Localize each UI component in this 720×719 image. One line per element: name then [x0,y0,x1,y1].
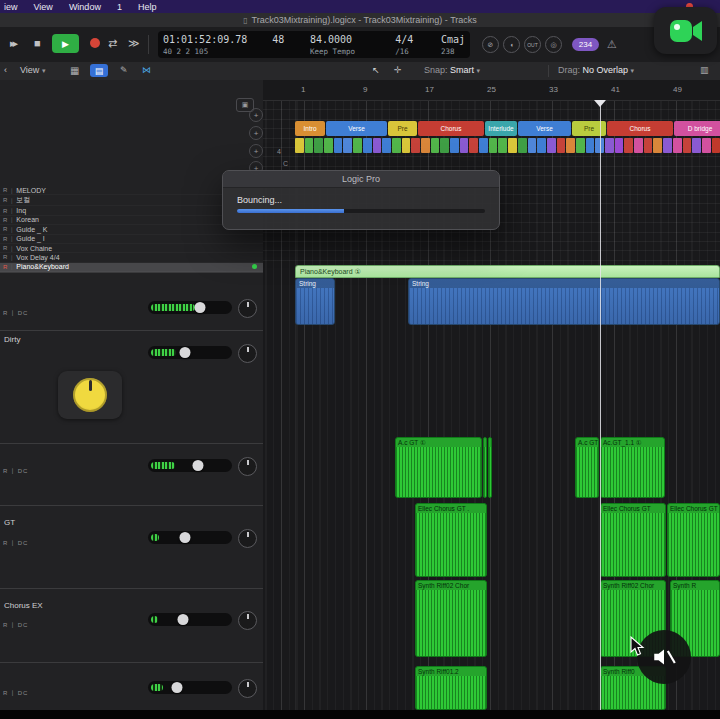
cycle-button[interactable]: ⇄ [108,38,117,49]
lcd-display[interactable]: 01:01:52:09.78 40 2 2 105 48 84.0000 Kee… [158,31,470,58]
pointer-tool-icon[interactable]: ↖ [372,65,380,75]
channel-strip: Chorus EXR ∣ DC [0,588,263,663]
pan-knob[interactable] [238,679,257,698]
fader-handle[interactable] [193,460,204,471]
fader-handle[interactable] [179,532,190,543]
track-control-buttons[interactable]: R ∣ DC [3,689,28,696]
volume-fader[interactable] [148,613,232,626]
track-name: Dirty [4,335,20,344]
waveform [601,513,665,576]
lcd-timesig-column: 4/4 /16 [390,31,436,58]
skip-button[interactable]: ≫ [128,38,140,49]
pan-knob[interactable] [238,299,257,318]
speaker-muted-icon [651,644,677,670]
automation-tool-icon[interactable]: ✛ [394,65,402,75]
track-control-buttons[interactable]: R ∣ DC [3,309,28,316]
region-name: Ellec Chorus GT [668,504,719,513]
stop-button[interactable]: ■ [34,38,41,49]
volume-fader[interactable] [148,301,232,314]
plugin-knob-panel[interactable] [58,371,122,419]
audio-region-green[interactable]: Ellec Chorus GT [600,503,666,577]
track-control-buttons[interactable]: R ∣ DC [3,621,28,628]
channel-strip: R ∣ DC [0,662,263,710]
waveform [409,288,719,324]
audio-region-green[interactable]: A.c GT ① [395,437,482,498]
track-control-buttons[interactable]: R ∣ DC [3,539,28,546]
tuner-icon[interactable]: ◎ [545,36,562,53]
tracks-toolbar: ‹ View ▾ ▦ ▤ ✎ ⋈ ↖ ✛ Snap: Smart ▾ Drag:… [0,62,720,81]
waveform [576,447,598,497]
audio-region-green[interactable]: Ellec Chorus GT [667,503,720,577]
channel-strip: Dirty [0,330,263,444]
region-name: A.c GT [576,438,598,447]
menu-item[interactable]: iew [4,2,18,12]
waveform [416,513,486,576]
snap-value: Smart [450,65,474,75]
level-meter [151,534,159,541]
audio-region-green[interactable]: A.c GT [575,437,599,498]
volume-fader[interactable] [148,681,232,694]
menu-item[interactable]: Help [138,2,157,12]
play-icon: ▶ [62,39,69,49]
lcd-tempo: 84.0000 [310,34,385,45]
audio-region-green[interactable] [488,437,492,498]
view-menu[interactable]: View ▾ [20,65,45,75]
out-icon[interactable]: OUT [524,36,541,53]
drag-menu[interactable]: Drag: No Overlap ▾ [558,65,634,75]
lcd-time: 01:01:52:09.78 [163,34,262,45]
fader-handle[interactable] [195,302,206,313]
lcd-tempo-mode: Keep Tempo [310,47,385,56]
menu-items: iewViewWindow1Help [4,2,156,12]
monitor-icon[interactable]: ◖ [503,36,520,53]
audio-region-green[interactable]: Synth Riff02 Chor [415,580,487,657]
no-input-icon[interactable]: ⊘ [482,36,499,53]
region-name [489,438,492,447]
audio-region-green[interactable]: Ellec Chorus GT . [415,503,487,577]
forward-button[interactable]: ▸▸ [10,38,15,49]
track-control-buttons[interactable]: R ∣ DC [3,467,28,474]
fader-handle[interactable] [178,614,189,625]
right-panel-icon[interactable]: ▥ [700,65,709,75]
level-meter [151,684,163,691]
play-button[interactable]: ▶ [52,34,79,53]
pan-knob[interactable] [238,529,257,548]
audio-region-blue[interactable]: String [295,278,335,325]
dialog-title: Logic Pro [223,171,499,188]
window-title: Track03Mixtraining).logicx - Track03Mixt… [252,15,477,25]
record-button[interactable] [90,38,100,48]
screen-recorder-app-icon[interactable] [654,7,717,54]
back-button[interactable]: ‹ [4,65,7,75]
mute-overlay-button[interactable] [637,630,691,684]
audio-region-green[interactable] [483,437,487,498]
audio-region-green[interactable]: Ac.GT_1.1 ① [600,437,665,498]
pencil-tool-icon[interactable]: ✎ [120,65,128,75]
pan-knob[interactable] [238,457,257,476]
audio-region-green[interactable]: Synth Riff01.2 [415,666,487,710]
snap-menu[interactable]: Snap: Smart ▾ [424,65,480,75]
region-name: Synth Riff01.2 [416,667,486,676]
playhead-line[interactable] [600,100,601,710]
region-name: Ellec Chorus GT [601,504,665,513]
volume-fader[interactable] [148,346,232,359]
bounce-dialog: Logic Pro Bouncing... [222,170,500,230]
audio-region-blue[interactable]: String [408,278,720,325]
menu-item[interactable]: Window [69,2,101,12]
crossfade-tool-icon[interactable]: ⋈ [142,65,151,75]
lcd-tempo-column: 84.0000 Keep Tempo [305,31,390,58]
volume-fader[interactable] [148,531,232,544]
count-badge[interactable]: 234 [572,38,599,51]
fader-handle[interactable] [179,347,190,358]
volume-fader[interactable] [148,459,232,472]
fader-handle[interactable] [171,682,182,693]
region-name: A.c GT ① [396,438,481,447]
pan-knob[interactable] [238,344,257,363]
menu-item[interactable]: 1 [117,2,122,12]
list-view-button-selected[interactable]: ▤ [90,64,108,77]
menu-item[interactable]: View [34,2,53,12]
warning-icon[interactable]: ⚠ [607,38,617,51]
level-meter [151,616,158,623]
grid-view-button[interactable]: ▦ [70,65,79,76]
knob-dial[interactable] [73,378,107,412]
pan-knob[interactable] [238,611,257,630]
channel-strip: GTR ∣ DC [0,505,263,589]
